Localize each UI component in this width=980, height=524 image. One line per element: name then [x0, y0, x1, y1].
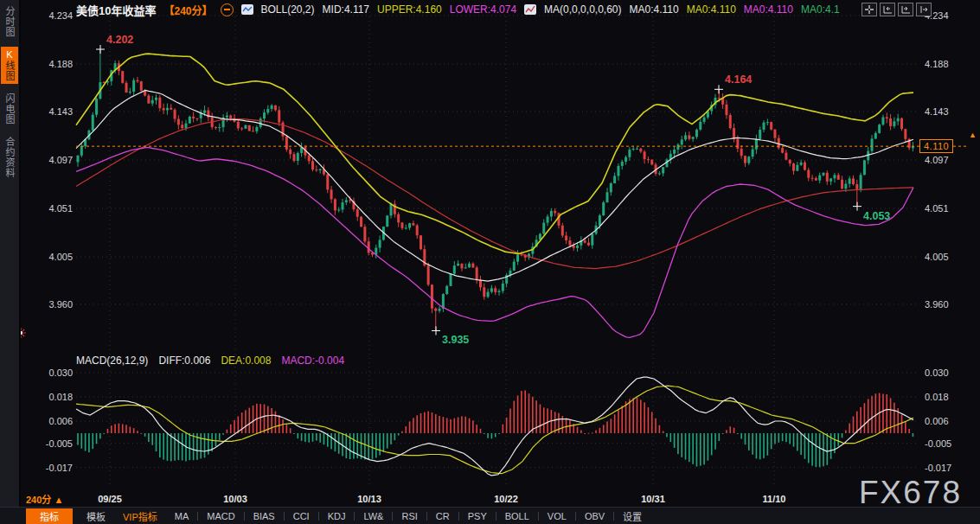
boll-lower-value: LOWER:4.074	[450, 3, 516, 16]
ma-value-2: MA0:4.110	[744, 3, 793, 16]
boll-mid-value: MID:4.117	[323, 3, 369, 16]
toolbar-item-设置[interactable]: 设置	[614, 508, 650, 524]
y-axis-label-right: 4.188	[925, 59, 949, 69]
y-axis-label-left: 4.051	[48, 203, 73, 214]
y-axis-label-left: 4.234	[48, 10, 73, 21]
chart-toolbar-icons	[862, 3, 932, 16]
toolbar-item-PSY[interactable]: PSY	[459, 510, 496, 522]
toolbar-item-BIAS[interactable]: BIAS	[245, 510, 284, 522]
toolbar-item-VOL[interactable]: VOL	[539, 510, 575, 522]
macd-axis-label-left: 0.018	[48, 392, 73, 402]
ma-value-3: MA0:4.1	[801, 3, 840, 16]
sidebar-tab-3[interactable]: 合约资料	[1, 134, 18, 181]
chart-plot: 4.2344.2344.1884.1884.1434.1434.0974.097…	[0, 0, 980, 524]
y-axis-label-right: 4.005	[925, 252, 949, 262]
current-price-label: 4.110	[919, 139, 953, 153]
y-axis-label-right: 3.960	[925, 299, 949, 310]
x-axis-label: 09/25	[98, 494, 122, 504]
boll-indicator-icon[interactable]	[241, 4, 253, 15]
timeframe-selector[interactable]: 240分 ▲	[26, 492, 63, 506]
macd-hist-value: MACD:-0.004	[281, 355, 344, 367]
macd-axis-label-right: -0.017	[925, 463, 951, 473]
macd-dea-value: DEA:0.008	[221, 355, 271, 367]
boll-upper-value: UPPER:4.160	[377, 3, 442, 16]
y-axis-label-right: 4.051	[925, 203, 949, 214]
toolbar-item-MACD[interactable]: MACD	[198, 510, 243, 522]
chart-header: 美债10年收益率 【240分】 BOLL(20,2) MID:4.117 UPP…	[76, 3, 840, 16]
macd-axis-label-right: -0.005	[925, 438, 951, 449]
y-axis-label-left: 4.097	[48, 155, 73, 165]
macd-axis-label-right: 0.018	[925, 392, 949, 402]
x-axis-label: 10/13	[357, 494, 381, 504]
x-axis-label: 10/22	[494, 494, 518, 504]
price-up-arrow-icon: ▲	[969, 131, 977, 139]
period-menu-icon[interactable]	[221, 3, 234, 16]
macd-axis-label-right: 0.006	[925, 416, 949, 426]
brand-watermark: FX678	[859, 475, 962, 511]
toolbar-item-BOLL[interactable]: BOLL	[496, 510, 538, 522]
left-sidebar: 分时图K线图闪电图合约资料	[0, 0, 21, 524]
ma-label: MA(0,0,0,0,0,60)	[544, 3, 621, 16]
x-axis-label: 11/10	[763, 494, 786, 504]
boll-label: BOLL(20,2)	[261, 3, 315, 16]
sidebar-tab-2[interactable]: 闪电图	[1, 91, 18, 127]
period-label[interactable]: 【240分】	[163, 3, 212, 17]
macd-axis-label-left: -0.017	[46, 463, 73, 473]
crosshair-icon[interactable]	[862, 3, 877, 16]
toolbar-item-指标[interactable]: 指标	[26, 508, 73, 524]
toolbar-item-RSI[interactable]: RSI	[393, 510, 426, 522]
macd-axis-label-left: 0.006	[48, 416, 73, 426]
macd-axis-label-left: 0.030	[48, 367, 73, 378]
x-axis-label: 10/31	[641, 494, 665, 504]
macd-axis-label-left: -0.005	[46, 438, 73, 449]
indicator-toolbar: 指标模板VIP指标MAMACDBIASCCIKDJLW&RSICRPSYBOLL…	[0, 507, 980, 524]
toolbar-item-OBV[interactable]: OBV	[576, 510, 613, 522]
y-axis-label-right: 4.143	[925, 106, 949, 117]
y-axis-label-left: 4.143	[48, 106, 73, 117]
ma-value-0: MA0:4.110	[630, 3, 679, 16]
pan-right-icon[interactable]	[916, 3, 932, 16]
toolbar-item-MA[interactable]: MA	[166, 510, 198, 522]
toolbar-item-CCI[interactable]: CCI	[285, 510, 318, 522]
x-axis-label: 10/03	[223, 494, 247, 504]
ma-indicator-icon[interactable]	[524, 4, 536, 15]
macd-axis-label-right: 0.030	[925, 367, 949, 378]
y-axis-label-left: 4.188	[48, 59, 73, 69]
instrument-title: 美债10年收益率	[76, 2, 156, 18]
sidebar-tab-1[interactable]: K线图	[1, 47, 18, 84]
macd-header: MACD(26,12,9) DIFF:0.006 DEA:0.008 MACD:…	[76, 355, 344, 367]
y-axis-label-left: 4.005	[48, 252, 73, 262]
macd-diff-value: DIFF:0.006	[158, 355, 210, 367]
toolbar-item-VIP指标[interactable]: VIP指标	[114, 508, 166, 524]
ma-values: MA0:4.110MA0:4.110MA0:4.110MA0:4.1	[630, 3, 840, 16]
chart-canvas[interactable]	[76, 9, 919, 486]
toolbar-item-KDJ[interactable]: KDJ	[319, 510, 355, 522]
toolbar-item-LW&[interactable]: LW&	[355, 510, 392, 522]
y-axis-label-left: 3.960	[48, 299, 73, 310]
compress-left-icon[interactable]	[880, 3, 895, 16]
compress-right-icon[interactable]	[898, 3, 913, 16]
ma-value-1: MA0:4.110	[687, 3, 736, 16]
toolbar-item-CR[interactable]: CR	[427, 510, 458, 522]
trading-terminal: 4.2344.2344.1884.1884.1434.1434.0974.097…	[0, 0, 980, 524]
sidebar-tab-0[interactable]: 分时图	[1, 3, 18, 40]
y-axis-label-right: 4.097	[925, 155, 949, 165]
toolbar-item-模板[interactable]: 模板	[78, 508, 114, 524]
macd-label: MACD(26,12,9)	[76, 355, 148, 367]
